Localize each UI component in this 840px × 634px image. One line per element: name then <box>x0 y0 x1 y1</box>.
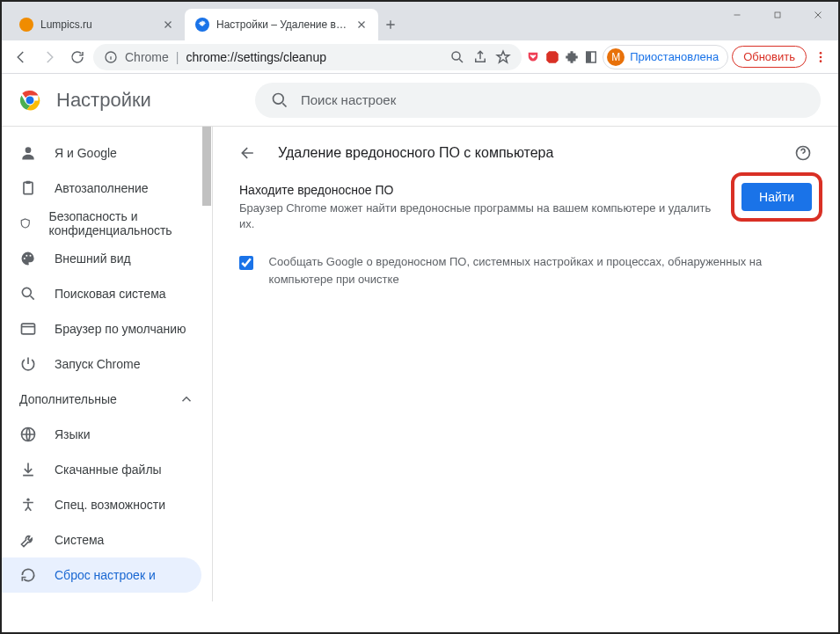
chevron-up-icon <box>179 391 194 407</box>
section-description: Браузер Chrome может найти вредоносные п… <box>239 200 726 232</box>
svg-point-3 <box>452 52 460 60</box>
close-icon[interactable] <box>355 18 368 31</box>
svg-point-19 <box>26 255 27 257</box>
sidebar-group-advanced[interactable]: Дополнительные <box>2 382 212 417</box>
wrench-icon <box>19 531 37 549</box>
sidebar-item[interactable]: Языки <box>2 417 212 452</box>
extensions-icon[interactable] <box>564 49 580 65</box>
search-icon <box>271 91 289 109</box>
reload-button[interactable] <box>65 45 90 69</box>
shield-icon <box>19 215 32 232</box>
svg-point-7 <box>820 52 822 55</box>
kebab-menu-icon[interactable] <box>810 50 831 64</box>
svg-point-18 <box>24 258 26 259</box>
sidebar-item[interactable]: Спец. возможности <box>2 487 212 522</box>
pocket-icon[interactable] <box>525 49 541 65</box>
search-icon <box>19 285 37 302</box>
person-icon <box>19 144 37 162</box>
sidebar-item-label: Поисковая система <box>55 287 166 301</box>
settings-sidebar: Я и GoogleАвтозаполнениеБезопасность и к… <box>2 127 213 601</box>
power-icon <box>19 355 37 373</box>
browser-tab-active[interactable]: Настройки – Удаление вредоно <box>185 9 378 40</box>
find-button[interactable]: Найти <box>741 183 812 211</box>
sidebar-item-label: Сброс настроек и <box>55 568 156 582</box>
browser-tab[interactable]: Lumpics.ru <box>9 9 185 40</box>
svg-rect-6 <box>587 52 591 62</box>
search-icon[interactable] <box>449 49 465 65</box>
svg-point-21 <box>22 288 31 296</box>
sidebar-item[interactable]: Система <box>2 522 212 557</box>
adblock-icon[interactable] <box>544 49 560 65</box>
sidebar-item-label: Система <box>55 533 104 547</box>
maximize-button[interactable] <box>757 2 798 28</box>
sidebar-item-label: Внешний вид <box>55 251 131 266</box>
svg-point-14 <box>273 93 283 104</box>
settings-main: Удаление вредоносного ПО с компьютера На… <box>213 127 838 601</box>
svg-rect-16 <box>24 182 33 193</box>
group-label: Дополнительные <box>19 392 117 406</box>
reading-list-icon[interactable] <box>583 49 599 65</box>
svg-point-8 <box>820 55 822 58</box>
window-titlebar: Lumpics.ru Настройки – Удаление вредоно <box>2 2 838 40</box>
sidebar-item-label: Я и Google <box>55 146 117 160</box>
scrollbar-thumb[interactable] <box>202 127 211 206</box>
sidebar-item[interactable]: Скачанные файлы <box>2 452 212 487</box>
chrome-logo-icon <box>19 90 40 111</box>
download-icon <box>19 461 37 478</box>
bookmark-icon[interactable] <box>495 49 511 65</box>
palette-icon <box>19 250 37 267</box>
new-tab-button[interactable] <box>378 9 403 40</box>
tab-strip: Lumpics.ru Настройки – Удаление вредоно <box>2 9 403 40</box>
share-icon[interactable] <box>472 49 488 65</box>
site-info-icon[interactable] <box>104 50 118 64</box>
help-icon[interactable] <box>794 144 812 162</box>
address-bar[interactable]: Chrome | chrome://settings/cleanup <box>93 44 522 70</box>
settings-header: Настройки Поиск настроек <box>2 74 838 127</box>
reset-icon <box>19 566 37 584</box>
report-checkbox-row: Сообщать Google о вредоносном ПО, систем… <box>239 253 812 288</box>
favicon-icon <box>19 18 33 32</box>
svg-point-12 <box>26 97 33 104</box>
browser-toolbar: Chrome | chrome://settings/cleanup М При… <box>2 40 838 74</box>
sidebar-item[interactable]: Внешний вид <box>2 241 212 276</box>
svg-point-24 <box>26 499 29 501</box>
sidebar-item[interactable]: Сброс настроек и <box>2 557 201 593</box>
globe-icon <box>19 426 37 443</box>
settings-favicon-icon <box>195 18 209 32</box>
section-title: Находите вредоносное ПО <box>239 183 726 197</box>
report-checkbox[interactable] <box>239 255 253 271</box>
svg-point-15 <box>26 147 32 153</box>
update-button[interactable]: Обновить <box>732 46 807 68</box>
sidebar-item[interactable]: Автозаполнение <box>2 171 212 206</box>
sidebar-item-label: Безопасность и конфиденциальность <box>49 209 195 237</box>
svg-point-20 <box>30 255 32 257</box>
browser-icon <box>19 320 37 338</box>
profile-chip[interactable]: М Приостановлена <box>603 45 728 69</box>
url-path: chrome://settings/cleanup <box>186 50 326 64</box>
sidebar-item-label: Языки <box>55 427 91 441</box>
forward-button[interactable] <box>37 45 62 69</box>
profile-status: Приостановлена <box>630 50 719 63</box>
settings-search[interactable]: Поиск настроек <box>255 83 821 118</box>
url-scheme: Chrome <box>125 50 169 64</box>
back-arrow-icon[interactable] <box>239 144 257 162</box>
sidebar-item[interactable]: Я и Google <box>2 135 212 171</box>
cleanup-card: Находите вредоносное ПО Браузер Chrome м… <box>239 183 812 232</box>
back-button[interactable] <box>9 45 33 69</box>
accessibility-icon <box>19 496 37 514</box>
close-icon[interactable] <box>162 18 174 31</box>
tab-title: Настройки – Удаление вредоно <box>216 18 348 31</box>
window-controls <box>717 2 838 28</box>
sidebar-item[interactable]: Запуск Chrome <box>2 346 212 382</box>
sidebar-item[interactable]: Браузер по умолчанию <box>2 311 212 346</box>
sidebar-item[interactable]: Поисковая система <box>2 276 212 311</box>
close-window-button[interactable] <box>798 2 838 28</box>
svg-point-9 <box>820 60 822 62</box>
page-title: Удаление вредоносного ПО с компьютера <box>278 145 773 161</box>
sidebar-item[interactable]: Безопасность и конфиденциальность <box>2 206 212 241</box>
svg-rect-22 <box>22 324 35 334</box>
sidebar-item-label: Браузер по умолчанию <box>55 322 186 336</box>
minimize-button[interactable] <box>717 2 757 28</box>
checkbox-label: Сообщать Google о вредоносном ПО, систем… <box>269 253 812 288</box>
sidebar-item-label: Спец. возможности <box>55 498 165 512</box>
